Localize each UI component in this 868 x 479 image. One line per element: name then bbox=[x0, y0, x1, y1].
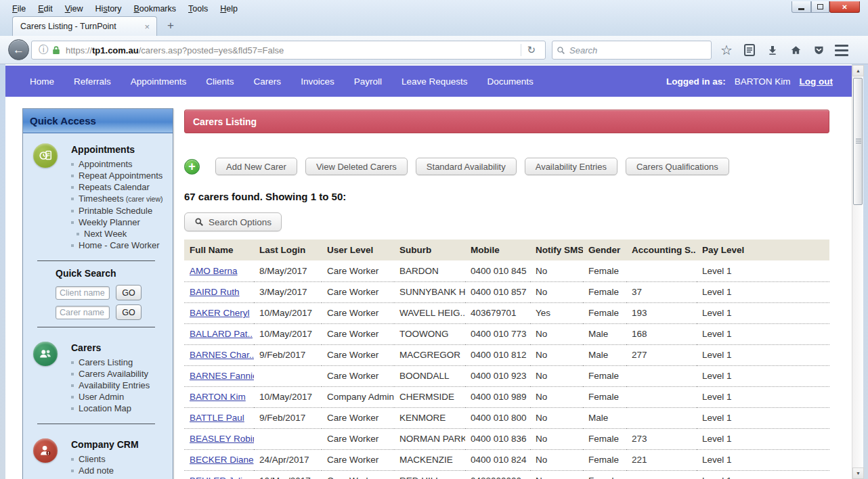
table-row: BAIRD Ruth3/May/2017Care WorkerSUNNYBANK… bbox=[184, 281, 829, 302]
menu-view[interactable]: View bbox=[60, 3, 89, 15]
bullet-icon bbox=[71, 186, 74, 189]
carer-name-link[interactable]: BEASLEY Robin bbox=[190, 434, 254, 444]
carer-name-link[interactable]: BEULER Julia bbox=[190, 476, 248, 479]
carer-name-link[interactable]: BAIRD Ruth bbox=[190, 287, 240, 297]
table-row: BECKER Diane24/Apr/2017Care WorkerMACKEN… bbox=[184, 449, 829, 470]
sidebar-title: Quick Access bbox=[23, 109, 173, 133]
url-bar[interactable]: ⓘ https://tp1.com.au/carers.asp?posted=y… bbox=[31, 41, 546, 60]
availability-entries-button[interactable]: Availability Entries bbox=[525, 158, 617, 175]
add-plus-icon[interactable]: + bbox=[184, 159, 200, 175]
carer-name-link[interactable]: BAKER Cheryl bbox=[190, 308, 250, 318]
column-header-user-level: User Level bbox=[322, 240, 394, 260]
column-header-gender: Gender bbox=[583, 240, 626, 260]
browser-tab[interactable]: Carers Listing - TurnPoint × bbox=[12, 16, 157, 36]
menu-tools[interactable]: Tools bbox=[183, 3, 213, 15]
bullet-icon bbox=[77, 233, 79, 235]
magnifier-icon bbox=[194, 217, 204, 227]
carer-go-button[interactable]: GO bbox=[116, 304, 142, 320]
close-icon: ✕ bbox=[842, 3, 847, 11]
lock-icon bbox=[52, 45, 60, 55]
add-new-carer-button[interactable]: Add New Carer bbox=[215, 158, 297, 175]
back-arrow-icon: ← bbox=[13, 43, 24, 57]
table-header: Full NameLast LoginUser LevelSuburbMobil… bbox=[184, 240, 829, 260]
carer-name-link[interactable]: BATTLE Paul bbox=[190, 413, 244, 423]
sidebar-section-carers: Carers Carers ListingCarers Availability… bbox=[23, 334, 173, 417]
minimize-button[interactable] bbox=[791, 1, 811, 13]
browser-search-input[interactable] bbox=[569, 45, 707, 55]
search-options-button[interactable]: Search Options bbox=[184, 212, 282, 231]
menu-bookmarks[interactable]: Bookmarks bbox=[129, 3, 182, 15]
menu-edit[interactable]: Edit bbox=[32, 3, 58, 15]
view-deleted-carers-button[interactable]: View Deleted Carers bbox=[305, 158, 408, 175]
sidebar-link-notes-search[interactable]: Notes search bbox=[71, 476, 169, 479]
home-icon[interactable] bbox=[784, 41, 807, 60]
carers-qualifications-button[interactable]: Carers Qualifications bbox=[626, 158, 729, 175]
client-name-input[interactable] bbox=[56, 286, 110, 300]
table-row: BEULER Julia10/Mar/2017Care WorkerRED HI… bbox=[184, 470, 829, 479]
sidebar-link-clients[interactable]: Clients bbox=[71, 453, 169, 465]
menu-history[interactable]: History bbox=[90, 3, 127, 15]
scroll-down-button[interactable]: ▼ bbox=[852, 467, 864, 479]
carer-name-link[interactable]: BARNES Char.. bbox=[190, 350, 254, 360]
sidebar-link-repeat-appointments[interactable]: Repeat Appointments bbox=[71, 170, 169, 181]
reading-list-icon[interactable] bbox=[738, 41, 761, 60]
sidebar-link-home-care-worker[interactable]: Home - Care Worker bbox=[71, 240, 169, 251]
bullet-icon bbox=[71, 163, 74, 166]
table-row: BARNES FannieCare WorkerBOONDALL0400 010… bbox=[184, 365, 829, 386]
pocket-icon[interactable] bbox=[807, 41, 830, 60]
menu-help[interactable]: Help bbox=[215, 3, 243, 15]
new-tab-button[interactable]: + bbox=[162, 19, 179, 34]
nav-item-home[interactable]: Home bbox=[30, 76, 54, 87]
carer-name-link[interactable]: BARTON Kim bbox=[190, 392, 246, 402]
bullet-icon bbox=[71, 175, 74, 177]
quick-search: Quick Search GO GO bbox=[56, 268, 167, 320]
sidebar-link-weekly-planner[interactable]: Weekly Planner bbox=[71, 216, 169, 228]
nav-item-referrals[interactable]: Referrals bbox=[74, 76, 111, 87]
nav-item-appointments[interactable]: Appointments bbox=[131, 76, 187, 87]
sidebar-link-location-map[interactable]: Location Map bbox=[71, 403, 169, 414]
scroll-up-button[interactable]: ▲ bbox=[852, 65, 864, 76]
scrollbar-thumb[interactable] bbox=[853, 78, 863, 205]
carer-name-link[interactable]: AMO Berna bbox=[190, 266, 238, 276]
tab-close-icon[interactable]: × bbox=[143, 22, 151, 32]
carer-name-link[interactable]: BECKER Diane bbox=[190, 455, 254, 465]
sidebar-link-printable-schedule[interactable]: Printable Schedule bbox=[71, 205, 169, 216]
maximize-button[interactable] bbox=[811, 1, 829, 13]
reload-icon[interactable]: ↻ bbox=[521, 44, 541, 56]
sidebar-link-timesheets[interactable]: Timesheets (carer view) bbox=[71, 193, 169, 205]
bookmark-star-icon[interactable]: ☆ bbox=[715, 41, 738, 60]
url-text[interactable]: https://tp1.com.au/carers.asp?posted=yes… bbox=[66, 45, 521, 55]
browser-search-box[interactable] bbox=[552, 41, 712, 60]
carers-table: Full NameLast LoginUser LevelSuburbMobil… bbox=[184, 240, 829, 479]
client-go-button[interactable]: GO bbox=[116, 285, 142, 300]
sidebar-section-company-crm: Company CRM ClientsAdd noteNotes searchO… bbox=[23, 431, 173, 479]
menu-bar: FileEditViewHistoryBookmarksToolsHelp bbox=[7, 2, 243, 16]
close-button[interactable]: ✕ bbox=[829, 1, 860, 13]
downloads-icon[interactable] bbox=[761, 41, 784, 60]
browser-window: { "browser": { "menu": [ {"label": "File… bbox=[0, 0, 868, 479]
carer-name-link[interactable]: BARNES Fannie bbox=[190, 371, 254, 381]
carer-name-link[interactable]: BALLARD Pat.. bbox=[190, 329, 253, 339]
sidebar-link-add-note[interactable]: Add note bbox=[71, 465, 169, 476]
menu-hamburger-icon[interactable] bbox=[830, 41, 853, 60]
site-info-icon[interactable]: ⓘ bbox=[39, 44, 48, 56]
standard-availability-button[interactable]: Standard Availability bbox=[416, 158, 517, 175]
table-row: BARNES Char..9/Feb/2017Care WorkerMACGRE… bbox=[184, 344, 829, 365]
column-header-full-name: Full Name bbox=[184, 240, 254, 260]
sidebar-link-carers-listing[interactable]: Carers Listing bbox=[71, 357, 169, 368]
bullet-icon bbox=[71, 361, 74, 364]
search-options-label: Search Options bbox=[209, 217, 272, 227]
sidebar-link-user-admin[interactable]: User Admin bbox=[71, 391, 169, 403]
back-button[interactable]: ← bbox=[8, 39, 29, 60]
sidebar-link-next-week[interactable]: Next Week bbox=[71, 228, 169, 240]
menu-file[interactable]: File bbox=[7, 3, 31, 15]
sidebar-link-carers-availability[interactable]: Carers Availability bbox=[71, 368, 169, 380]
page-scrollbar[interactable]: ▲ ▼ bbox=[852, 65, 863, 479]
sidebar-link-appointments[interactable]: Appointments bbox=[71, 158, 169, 170]
scrollbar-grip bbox=[856, 139, 861, 145]
sidebar-link-availability-entries[interactable]: Availability Entries bbox=[71, 380, 169, 391]
sidebar-link-repeats-calendar[interactable]: Repeats Calendar bbox=[71, 181, 169, 193]
table-row: BARTON Kim10/May/2017Company AdminCHERMS… bbox=[184, 386, 829, 407]
carer-name-input[interactable] bbox=[56, 306, 110, 319]
sidebar-section-appointments: Appointments AppointmentsRepeat Appointm… bbox=[23, 133, 173, 254]
